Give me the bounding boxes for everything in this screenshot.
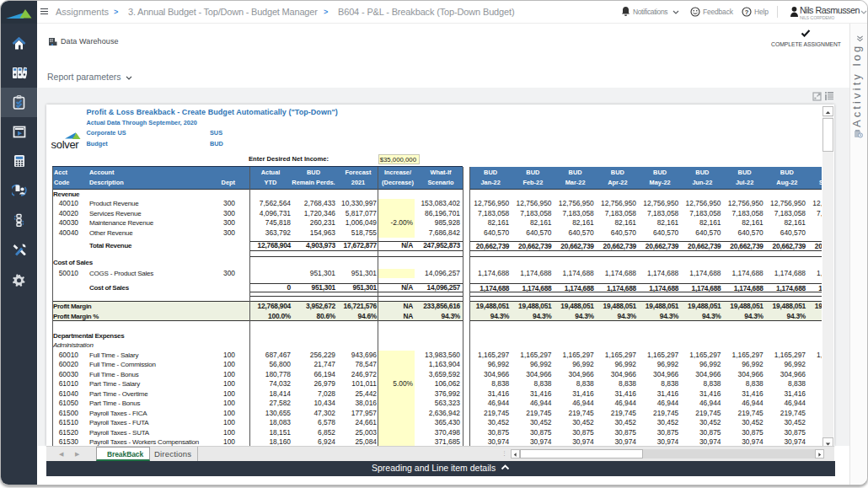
svg-text:?: ? (745, 8, 749, 16)
svg-text:solver: solver (51, 138, 80, 150)
